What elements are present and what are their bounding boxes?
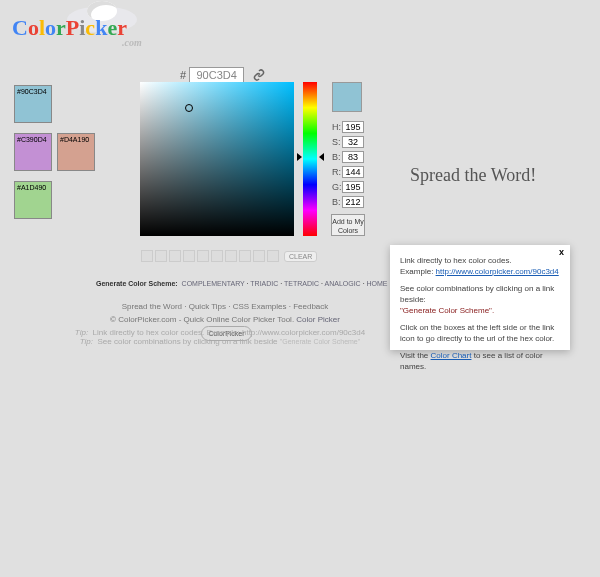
popup-p1b: Example: [400,267,436,276]
spread-the-word-heading: Spread the Word! [410,165,536,186]
hue-slider[interactable] [303,82,317,236]
history-slot[interactable] [169,250,181,262]
link-triadic[interactable]: TRIADIC [250,280,278,287]
hash-label: # [180,69,186,81]
label-bh: B: [332,152,342,162]
add-to-my-colors-button[interactable]: Add to My Colors [331,214,365,236]
hue-arrow-right [319,153,324,161]
info-popup: x Link directly to hex color codes. Exam… [390,245,570,350]
label-s: S: [332,137,342,147]
hex-input-row: # [180,67,265,83]
tip1-text: Link directly to hex color codes. Exampl… [93,328,366,337]
popup-close-button[interactable]: x [559,247,564,258]
popup-example-link[interactable]: http://www.colorpicker.com/90c3d4 [436,267,559,276]
link-tetradic[interactable]: TETRADIC [284,280,319,287]
link-analogic[interactable]: ANALOGIC [325,280,361,287]
logo[interactable]: ColorPicker .com [12,15,127,41]
hue-arrow-left [297,153,302,161]
input-r[interactable] [342,166,364,178]
popup-p1a: Link directly to hex color codes. [400,256,512,265]
history-slot[interactable] [211,250,223,262]
history-row: CLEAR [141,250,317,262]
history-slot[interactable] [225,250,237,262]
popup-p2a: See color combinations by clicking on a … [400,284,554,304]
sv-cursor [185,104,193,112]
history-slot[interactable] [197,250,209,262]
hex-input[interactable] [189,67,244,83]
input-bhsv[interactable] [342,151,364,163]
input-g[interactable] [342,181,364,193]
history-slot[interactable] [183,250,195,262]
swatch-3[interactable]: #D4A190 [57,133,95,171]
input-s[interactable] [342,136,364,148]
popup-p2b: "Generate Color Scheme". [400,306,494,315]
label-h: H: [332,122,342,132]
clear-history-button[interactable]: CLEAR [284,251,317,262]
popup-color-chart-link[interactable]: Color Chart [431,351,472,360]
history-slot[interactable] [141,250,153,262]
saved-swatches: #90C3D4 #C390D4 #D4A190 #A1D490 [14,85,95,219]
tip2-label: Tip: [80,337,93,346]
popup-p3: Click on the boxes at the left side or t… [400,322,560,344]
label-g: G: [332,182,342,192]
tip2-quote: "Generate Color Scheme" [280,338,360,345]
color-preview [332,82,362,112]
link-home[interactable]: HOME [367,280,388,287]
tip1-label: Tip: [75,328,88,337]
popup-p4a: Visit the [400,351,431,360]
history-slot[interactable] [267,250,279,262]
sv-picker[interactable] [140,82,294,236]
tip2-text: See color combinations by clicking on a … [97,337,279,346]
tips: Tip: Link directly to hex color codes. E… [70,328,370,346]
label-r: R: [332,167,342,177]
footer-color-picker-link[interactable]: Color Picker [296,315,340,324]
input-brgb[interactable] [342,196,364,208]
history-slot[interactable] [253,250,265,262]
value-inputs: H: S: B: R: G: B: [332,121,368,211]
generate-label: Generate Color Scheme: [96,280,178,287]
input-h[interactable] [342,121,364,133]
swatch-1[interactable]: #90C3D4 [14,85,52,123]
label-br: B: [332,197,342,207]
swatch-4[interactable]: #A1D490 [14,181,52,219]
generate-scheme-row: Generate Color Scheme: COMPLEMENTARY · T… [96,280,388,287]
history-slot[interactable] [239,250,251,262]
footer-row1[interactable]: Spread the Word · Quick Tips · CSS Examp… [85,300,365,313]
link-complementary[interactable]: COMPLEMENTARY [182,280,245,287]
link-icon[interactable] [253,69,265,83]
footer-copyright: © ColorPicker.com - Quick Online Color P… [110,315,296,324]
history-slot[interactable] [155,250,167,262]
swatch-2[interactable]: #C390D4 [14,133,52,171]
